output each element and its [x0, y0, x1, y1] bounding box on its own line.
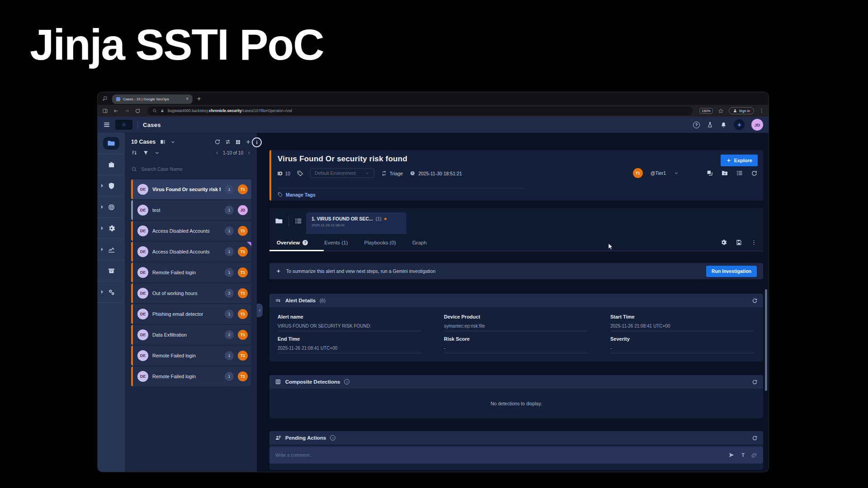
- case-list-row[interactable]: DERemote Failed login1T1: [131, 366, 251, 386]
- sidebar-item-cases[interactable]: [98, 133, 125, 154]
- alert-count-badge: 1: [225, 268, 234, 277]
- back-icon[interactable]: [113, 108, 119, 114]
- tab-playbooks[interactable]: Playbooks (0): [364, 240, 396, 245]
- environment-select[interactable]: Default Environment: [310, 169, 374, 178]
- page-prev-icon[interactable]: [215, 150, 220, 155]
- folder-view-icon[interactable]: [275, 217, 283, 225]
- gear-icon[interactable]: [720, 239, 727, 246]
- user-avatar[interactable]: JD: [751, 119, 763, 131]
- text-format-icon[interactable]: T: [741, 452, 745, 458]
- tag-settings-icon[interactable]: [297, 170, 303, 177]
- tab-close-icon[interactable]: ×: [186, 97, 189, 101]
- sidebar-item-settings[interactable]: [98, 218, 125, 239]
- expand-caret-icon[interactable]: [101, 205, 103, 209]
- expand-caret-icon[interactable]: [101, 184, 103, 188]
- zoom-level-badge[interactable]: 150%: [699, 108, 712, 114]
- case-list-row[interactable]: DEAccess Disabled Accounts1T1: [131, 242, 251, 262]
- case-list-row[interactable]: DEVirus Found Or security risk found1T1: [131, 179, 251, 199]
- send-icon[interactable]: [728, 452, 735, 458]
- lock-icon[interactable]: [160, 108, 165, 113]
- expand-caret-icon[interactable]: [101, 226, 103, 230]
- swap-icon[interactable]: [225, 139, 231, 145]
- refresh-icon[interactable]: [752, 379, 758, 385]
- collapse-panel-handle[interactable]: [257, 304, 263, 317]
- scrollbar-thumb[interactable]: [765, 289, 767, 391]
- refresh-icon[interactable]: [752, 435, 758, 441]
- notifications-bell-icon[interactable]: [720, 122, 727, 128]
- url-bar[interactable]: bugswat4000.backstory.chronicle.security…: [147, 107, 693, 115]
- filter-funnel-icon[interactable]: [143, 150, 149, 156]
- view-mode-icon[interactable]: [160, 139, 166, 145]
- chevron-down-icon[interactable]: [674, 170, 679, 176]
- case-search-input[interactable]: [141, 166, 236, 172]
- more-options-icon[interactable]: ⋮: [751, 239, 757, 246]
- case-actions-list-icon[interactable]: [736, 169, 743, 177]
- lab-flask-icon[interactable]: [707, 122, 713, 128]
- case-list-row[interactable]: DERemote Failed login1T1: [131, 346, 251, 366]
- tab-graph[interactable]: Graph: [412, 240, 427, 245]
- alert-tab[interactable]: 1. VIRUS FOUND OR SEC...(1) 2025-11-26 2…: [306, 212, 406, 234]
- bookmark-star-icon[interactable]: [718, 108, 724, 114]
- folder-icon: [107, 139, 115, 147]
- help-icon[interactable]: ?: [693, 122, 700, 128]
- case-list-row[interactable]: DERemote Failed login1T1: [131, 263, 251, 282]
- reload-icon[interactable]: [135, 108, 141, 114]
- composite-detections-header[interactable]: Composite Detections i: [269, 375, 763, 389]
- app-logo[interactable]: [115, 120, 132, 130]
- sign-in-button[interactable]: Sign in: [729, 107, 754, 114]
- list-view-icon[interactable]: [294, 217, 302, 225]
- case-list-row[interactable]: DEOut of working hours3T1: [131, 283, 251, 303]
- browser-tab[interactable]: Cases - 10 | Google SecOps ×: [112, 94, 193, 104]
- attachment-clip-icon[interactable]: [751, 452, 757, 458]
- run-investigation-button[interactable]: Run Investigation: [706, 266, 757, 277]
- add-case-icon[interactable]: [245, 139, 251, 145]
- case-list-row[interactable]: DEtest1JD: [131, 200, 251, 220]
- close-case-icon[interactable]: [721, 169, 728, 177]
- case-stage[interactable]: Triage: [381, 170, 403, 176]
- comment-input[interactable]: [275, 453, 722, 458]
- case-list-row[interactable]: DEData Exfiltration2T1: [131, 325, 251, 345]
- refresh-icon[interactable]: [214, 139, 221, 145]
- forward-icon[interactable]: [124, 108, 130, 114]
- info-icon[interactable]: i: [330, 435, 335, 441]
- gemini-button[interactable]: [734, 119, 745, 130]
- sidebar-item-analytics[interactable]: [98, 239, 125, 260]
- case-list-row[interactable]: DEAccess Disabled Accounts1T1: [131, 221, 251, 241]
- chevron-down-icon[interactable]: [154, 150, 160, 156]
- pending-actions-header[interactable]: Pending Actions i: [269, 431, 763, 445]
- manage-tags-link[interactable]: Manage Tags: [278, 192, 316, 197]
- grid-view-icon[interactable]: [235, 139, 241, 145]
- case-search[interactable]: [131, 164, 251, 174]
- new-tab-button[interactable]: +: [197, 95, 201, 102]
- move-case-icon[interactable]: [706, 169, 713, 177]
- refresh-icon[interactable]: [751, 170, 758, 177]
- browser-menu-icon[interactable]: ⋮: [759, 108, 764, 114]
- explore-button[interactable]: Explore: [721, 155, 758, 166]
- alert-details-header[interactable]: Alert Details (6): [269, 294, 763, 307]
- sidebar-item-workdesk[interactable]: [98, 154, 125, 175]
- sidebar-item-security[interactable]: [98, 175, 125, 197]
- url-text[interactable]: bugswat4000.backstory.chronicle.security…: [168, 108, 292, 113]
- refresh-icon[interactable]: [752, 298, 758, 304]
- chevron-down-icon[interactable]: [170, 139, 176, 145]
- assignee-avatar[interactable]: T1: [633, 168, 643, 178]
- tab-events[interactable]: Events (1): [324, 240, 348, 245]
- sidebar-item-detection[interactable]: [98, 197, 125, 218]
- window-restore-icon[interactable]: [102, 96, 108, 101]
- assignee-handle[interactable]: @Tier1: [651, 170, 666, 176]
- expand-caret-icon[interactable]: [101, 248, 103, 251]
- sidebar-item-archive[interactable]: [98, 260, 125, 282]
- sort-icon[interactable]: [131, 150, 137, 156]
- expand-caret-icon[interactable]: [101, 290, 103, 294]
- page-next-icon[interactable]: [246, 150, 251, 155]
- hamburger-menu-icon[interactable]: [103, 121, 110, 128]
- case-list-row[interactable]: DEPhishing email detector1T1: [131, 304, 251, 324]
- save-view-icon[interactable]: [736, 239, 742, 246]
- info-fab[interactable]: i: [252, 137, 262, 147]
- help-icon[interactable]: ?: [302, 240, 308, 245]
- automation-icon: [108, 288, 115, 296]
- side-panel-icon[interactable]: [102, 108, 108, 114]
- sidebar-item-automation[interactable]: [98, 282, 125, 303]
- tab-overview[interactable]: Overview?: [277, 240, 308, 245]
- info-icon[interactable]: i: [344, 379, 349, 385]
